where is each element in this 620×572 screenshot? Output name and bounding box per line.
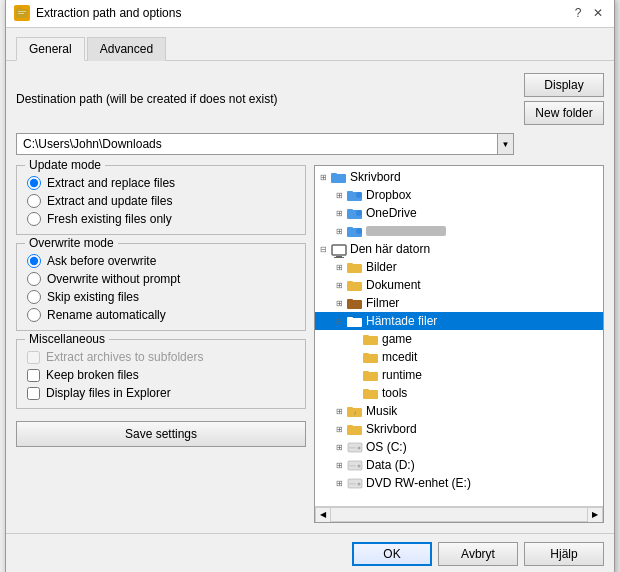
overwrite-radio-3[interactable] xyxy=(27,308,41,322)
tree-item-label: Skrivbord xyxy=(350,170,401,184)
path-row: ▼ xyxy=(16,133,604,155)
update-option-0[interactable]: Extract and replace files xyxy=(27,176,295,190)
tree-item[interactable]: ⊟Hämtade filer xyxy=(315,312,603,330)
tree-item[interactable]: ⊞OS (C:) xyxy=(315,438,603,456)
tree-expander[interactable]: ⊞ xyxy=(331,475,347,491)
tree-item[interactable]: ⊞DVD RW-enhet (E:) xyxy=(315,474,603,492)
update-option-2[interactable]: Fresh existing files only xyxy=(27,212,295,226)
tree-item[interactable]: ⊞Bilder xyxy=(315,258,603,276)
tree-expander[interactable]: ⊞ xyxy=(331,277,347,293)
tree-item[interactable]: tools xyxy=(315,384,603,402)
new-folder-button[interactable]: New folder xyxy=(524,101,604,125)
app-icon xyxy=(14,5,30,21)
svg-rect-32 xyxy=(363,390,378,399)
overwrite-radio-2[interactable] xyxy=(27,290,41,304)
tree-item[interactable]: ⊞OneDrive xyxy=(315,204,603,222)
path-input[interactable] xyxy=(16,133,498,155)
misc-checkbox-2[interactable] xyxy=(27,387,40,400)
folder-icon xyxy=(347,207,363,220)
svg-rect-17 xyxy=(334,257,344,258)
tree-bottom-scrollbar[interactable]: ◀ ▶ xyxy=(315,506,603,522)
tree-expander[interactable]: ⊞ xyxy=(331,259,347,275)
folder-icon xyxy=(363,387,379,400)
overwrite-option-3[interactable]: Rename automatically xyxy=(27,308,295,322)
scroll-right-arrow[interactable]: ▶ xyxy=(587,507,603,523)
update-label-2: Fresh existing files only xyxy=(47,212,172,226)
help-title-btn[interactable]: ? xyxy=(570,5,586,21)
tree-expander[interactable]: ⊞ xyxy=(331,421,347,437)
save-settings-button[interactable]: Save settings xyxy=(16,421,306,447)
tree-expander[interactable]: ⊞ xyxy=(331,295,347,311)
update-radio-1[interactable] xyxy=(27,194,41,208)
overwrite-option-0[interactable]: Ask before overwrite xyxy=(27,254,295,268)
tabs-bar: General Advanced xyxy=(6,28,614,60)
svg-rect-10 xyxy=(347,209,353,211)
svg-rect-24 xyxy=(347,318,362,327)
tree-item[interactable]: ⊞Dropbox xyxy=(315,186,603,204)
svg-rect-23 xyxy=(347,299,353,301)
svg-rect-44 xyxy=(349,465,356,467)
misc-option-2[interactable]: Display files in Explorer xyxy=(27,386,295,400)
ok-button[interactable]: OK xyxy=(352,542,432,566)
tab-advanced[interactable]: Advanced xyxy=(87,37,166,61)
tree-item-label: Hämtade filer xyxy=(366,314,437,328)
tree-item[interactable]: ⊞Skrivbord xyxy=(315,168,603,186)
tree-item[interactable]: ⊞Skrivbord xyxy=(315,420,603,438)
tree-panel: ⊞Skrivbord⊞Dropbox⊞OneDrive⊞⊟Den här dat… xyxy=(314,165,604,523)
tree-expander[interactable]: ⊞ xyxy=(315,169,331,185)
tree-item[interactable]: runtime xyxy=(315,366,603,384)
tree-expander[interactable]: ⊞ xyxy=(331,187,347,203)
tree-expander[interactable]: ⊞ xyxy=(331,457,347,473)
misc-checkbox-1[interactable] xyxy=(27,369,40,382)
tree-expander[interactable]: ⊟ xyxy=(331,313,347,329)
overwrite-radio-1[interactable] xyxy=(27,272,41,286)
tree-item[interactable]: ⊞Dokument xyxy=(315,276,603,294)
svg-rect-7 xyxy=(347,191,353,193)
overwrite-option-2[interactable]: Skip existing files xyxy=(27,290,295,304)
tree-expander[interactable]: ⊞ xyxy=(331,205,347,221)
svg-rect-15 xyxy=(332,245,346,255)
tab-general[interactable]: General xyxy=(16,37,85,61)
extraction-dialog: Extraction path and options ? ✕ General … xyxy=(5,0,615,572)
help-footer-button[interactable]: Hjälp xyxy=(524,542,604,566)
tree-item[interactable]: mcedit xyxy=(315,348,603,366)
tree-item[interactable]: ⊞ xyxy=(315,222,603,240)
svg-rect-18 xyxy=(347,264,362,273)
tree-item[interactable]: ⊞Data (D:) xyxy=(315,456,603,474)
dest-buttons: Display New folder xyxy=(524,73,604,125)
overwrite-radio-0[interactable] xyxy=(27,254,41,268)
scroll-left-arrow[interactable]: ◀ xyxy=(315,507,331,523)
folder-icon: ♪ xyxy=(347,405,363,418)
overwrite-option-1[interactable]: Overwrite without prompt xyxy=(27,272,295,286)
overwrite-mode-group: Overwrite mode Ask before overwrite Over… xyxy=(16,243,306,331)
tree-expander[interactable]: ⊟ xyxy=(315,241,331,257)
tree-item[interactable]: game xyxy=(315,330,603,348)
svg-rect-41 xyxy=(349,447,356,449)
tree-expander[interactable]: ⊞ xyxy=(331,223,347,239)
tree-view[interactable]: ⊞Skrivbord⊞Dropbox⊞OneDrive⊞⊟Den här dat… xyxy=(315,166,603,506)
cancel-button[interactable]: Avbryt xyxy=(438,542,518,566)
svg-point-8 xyxy=(356,192,362,198)
display-button[interactable]: Display xyxy=(524,73,604,97)
tree-expander[interactable]: ⊞ xyxy=(331,403,347,419)
svg-rect-20 xyxy=(347,282,362,291)
title-bar: Extraction path and options ? ✕ xyxy=(6,0,614,28)
tree-item[interactable]: ⊞Filmer xyxy=(315,294,603,312)
overwrite-label-1: Overwrite without prompt xyxy=(47,272,180,286)
folder-icon xyxy=(347,225,363,238)
scroll-track[interactable] xyxy=(331,507,587,522)
update-option-1[interactable]: Extract and update files xyxy=(27,194,295,208)
svg-rect-26 xyxy=(363,336,378,345)
path-dropdown-btn[interactable]: ▼ xyxy=(498,133,514,155)
tree-expander[interactable]: ⊞ xyxy=(331,439,347,455)
overwrite-label-2: Skip existing files xyxy=(47,290,139,304)
close-btn[interactable]: ✕ xyxy=(590,5,606,21)
misc-option-0[interactable]: Extract archives to subfolders xyxy=(27,350,295,364)
tree-item[interactable]: ⊞♪Musik xyxy=(315,402,603,420)
update-radio-0[interactable] xyxy=(27,176,41,190)
misc-option-1[interactable]: Keep broken files xyxy=(27,368,295,382)
tree-item-label: game xyxy=(382,332,412,346)
update-radio-2[interactable] xyxy=(27,212,41,226)
tree-item[interactable]: ⊟Den här datorn xyxy=(315,240,603,258)
miscellaneous-title: Miscellaneous xyxy=(25,332,109,346)
